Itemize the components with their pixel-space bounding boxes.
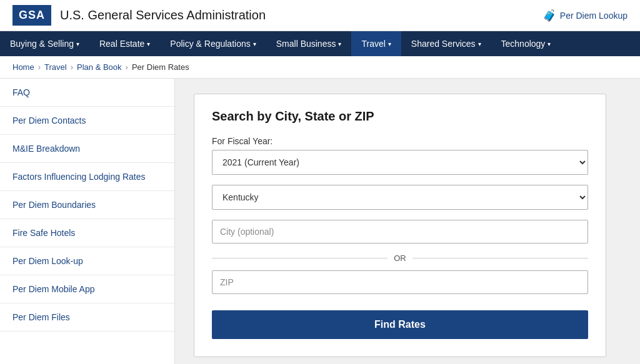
chevron-down-icon: ▾ bbox=[147, 41, 150, 47]
find-rates-button[interactable]: Find Rates bbox=[212, 310, 588, 339]
header-per-diem-lookup[interactable]: 🧳 Per Diem Lookup bbox=[542, 9, 628, 22]
chevron-down-icon: ▾ bbox=[548, 41, 551, 47]
sidebar-item[interactable]: Fire Safe Hotels bbox=[0, 219, 174, 247]
site-header: GSA U.S. General Services Administration… bbox=[0, 0, 640, 31]
site-title: U.S. General Services Administration bbox=[60, 8, 266, 22]
search-box: Search by City, State or ZIP For Fiscal … bbox=[194, 94, 606, 357]
nav-item-real-estate[interactable]: Real Estate▾ bbox=[89, 31, 160, 56]
chevron-down-icon: ▾ bbox=[76, 41, 79, 47]
fiscal-year-group: For Fiscal Year: 2021 (Current Year)2020… bbox=[212, 136, 588, 175]
chevron-down-icon: ▾ bbox=[478, 41, 481, 47]
sidebar-item[interactable]: Factors Influencing Lodging Rates bbox=[0, 163, 174, 191]
nav-item-travel[interactable]: Travel▾ bbox=[351, 31, 401, 56]
chevron-down-icon: ▾ bbox=[388, 41, 391, 47]
content-area: Search by City, State or ZIP For Fiscal … bbox=[175, 79, 640, 364]
nav-item-technology[interactable]: Technology▾ bbox=[491, 31, 561, 56]
state-group: AlabamaAlaskaArizonaArkansasCaliforniaCo… bbox=[212, 185, 588, 210]
breadcrumb-current: Per Diem Rates bbox=[132, 62, 189, 72]
chevron-down-icon: ▾ bbox=[253, 41, 256, 47]
nav-item-shared-services[interactable]: Shared Services▾ bbox=[401, 31, 491, 56]
or-divider: OR bbox=[212, 253, 588, 263]
city-input[interactable] bbox=[212, 220, 588, 243]
per-diem-lookup-label: Per Diem Lookup bbox=[560, 11, 628, 21]
nav-item-small-business[interactable]: Small Business▾ bbox=[266, 31, 352, 56]
sidebar-item[interactable]: Per Diem Files bbox=[0, 303, 174, 332]
breadcrumb: Home›Travel›Plan & Book›Per Diem Rates bbox=[0, 56, 640, 79]
search-title: Search by City, State or ZIP bbox=[212, 109, 588, 124]
sidebar-item[interactable]: Per Diem Contacts bbox=[0, 107, 174, 135]
sidebar-item[interactable]: M&IE Breakdown bbox=[0, 135, 174, 163]
breadcrumb-separator: › bbox=[38, 62, 41, 72]
fiscal-year-select[interactable]: 2021 (Current Year)202020192018 bbox=[212, 150, 588, 175]
gsa-logo: GSA bbox=[12, 5, 51, 26]
breadcrumb-separator: › bbox=[126, 62, 128, 72]
nav-item-buying---selling[interactable]: Buying & Selling▾ bbox=[0, 31, 89, 56]
sidebar-item[interactable]: Per Diem Mobile App bbox=[0, 275, 174, 303]
sidebar-item[interactable]: FAQ bbox=[0, 79, 174, 107]
chevron-down-icon: ▾ bbox=[338, 41, 341, 47]
or-text: OR bbox=[394, 253, 406, 263]
city-group bbox=[212, 220, 588, 243]
main-nav: Buying & Selling▾Real Estate▾Policy & Re… bbox=[0, 31, 640, 56]
nav-item-policy---regulations[interactable]: Policy & Regulations▾ bbox=[160, 31, 266, 56]
breadcrumb-separator: › bbox=[71, 62, 73, 72]
sidebar: FAQPer Diem ContactsM&IE BreakdownFactor… bbox=[0, 79, 175, 364]
sidebar-item[interactable]: Per Diem Boundaries bbox=[0, 191, 174, 219]
luggage-icon: 🧳 bbox=[542, 9, 556, 22]
breadcrumb-link[interactable]: Plan & Book bbox=[77, 62, 122, 72]
breadcrumb-link[interactable]: Home bbox=[12, 62, 34, 72]
breadcrumb-link[interactable]: Travel bbox=[44, 62, 67, 72]
zip-input[interactable] bbox=[212, 270, 588, 294]
main-layout: FAQPer Diem ContactsM&IE BreakdownFactor… bbox=[0, 79, 640, 364]
sidebar-item[interactable]: Per Diem Look-up bbox=[0, 247, 174, 275]
state-select[interactable]: AlabamaAlaskaArizonaArkansasCaliforniaCo… bbox=[212, 185, 588, 210]
fiscal-year-label: For Fiscal Year: bbox=[212, 136, 588, 146]
zip-group bbox=[212, 270, 588, 294]
